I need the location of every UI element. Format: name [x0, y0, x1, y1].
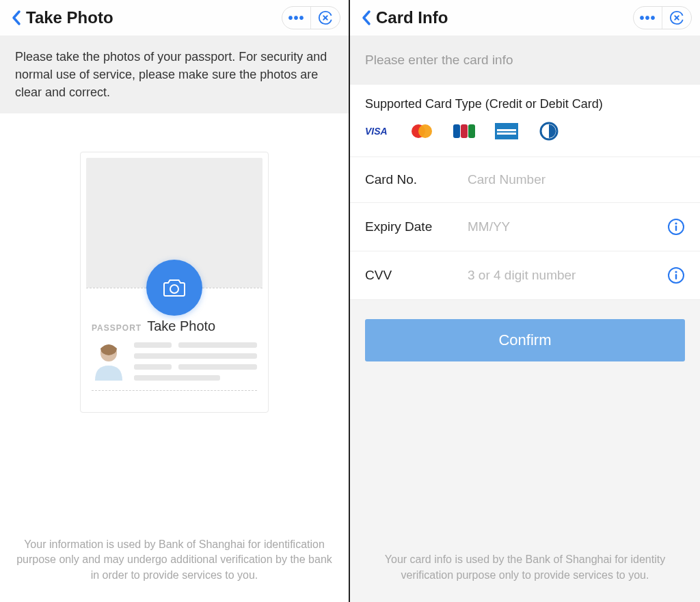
back-icon[interactable]: [8, 10, 25, 26]
cvv-label: CVV: [365, 268, 468, 283]
passport-tag: PASSPORT: [92, 323, 142, 333]
header-left: Take Photo •••: [0, 0, 349, 36]
close-button[interactable]: [662, 7, 691, 29]
footer-note: Your information is used by Bank of Shan…: [0, 537, 349, 602]
more-button[interactable]: •••: [634, 7, 662, 29]
camera-icon: [163, 277, 186, 298]
back-icon[interactable]: [358, 10, 375, 26]
svg-rect-23: [675, 274, 677, 279]
diners-logo-icon: [535, 122, 563, 140]
close-button[interactable]: [311, 7, 340, 29]
card-no-label: Card No.: [365, 172, 468, 187]
close-circle-icon: [318, 10, 333, 25]
avatar-placeholder-icon: [92, 341, 126, 381]
svg-point-10: [418, 124, 432, 138]
passport-card: PASSPORT Take Photo: [80, 152, 269, 413]
svg-point-19: [675, 222, 677, 224]
expiry-input[interactable]: [468, 219, 662, 234]
expiry-info-icon[interactable]: [667, 218, 685, 236]
svg-rect-12: [461, 124, 468, 138]
svg-rect-11: [453, 124, 460, 138]
footer-note: Your card info is used by the Bank of Sh…: [350, 552, 700, 602]
supported-card-label: Supported Card Type (Credit or Debit Car…: [365, 97, 685, 111]
jcb-logo-icon: [450, 122, 479, 140]
svg-point-3: [170, 285, 178, 293]
cvv-row: CVV: [350, 251, 700, 300]
header-right: Card Info •••: [350, 0, 700, 36]
mastercard-logo-icon: [407, 122, 436, 140]
close-circle-icon: [669, 10, 684, 25]
page-title: Take Photo: [26, 8, 113, 27]
svg-point-22: [675, 271, 677, 273]
svg-rect-13: [468, 124, 475, 138]
passport-photo-placeholder: [86, 158, 262, 288]
page-title: Card Info: [376, 8, 448, 27]
card-logos-row: VISA: [365, 122, 685, 140]
more-dots-icon: •••: [288, 10, 304, 26]
cvv-info-icon[interactable]: [667, 266, 685, 284]
passport-lines-placeholder: [134, 341, 257, 381]
passport-take-photo-label: Take Photo: [147, 318, 215, 334]
more-dots-icon: •••: [639, 10, 656, 26]
confirm-button[interactable]: Confirm: [365, 319, 685, 361]
svg-rect-16: [497, 133, 516, 135]
card-no-row: Card No.: [350, 156, 700, 202]
card-no-input[interactable]: [468, 172, 685, 187]
instruction-banner: Please enter the card info: [350, 36, 700, 85]
svg-text:VISA: VISA: [365, 126, 388, 136]
take-photo-button[interactable]: [146, 260, 202, 316]
instruction-banner: Please take the photos of your passport.…: [0, 36, 349, 113]
expiry-label: Expiry Date: [365, 219, 468, 234]
expiry-row: Expiry Date: [350, 202, 700, 251]
svg-rect-15: [497, 129, 516, 131]
visa-logo-icon: VISA: [365, 122, 394, 140]
more-button[interactable]: •••: [282, 7, 311, 29]
svg-rect-20: [675, 225, 677, 231]
cvv-input[interactable]: [468, 268, 662, 283]
amex-logo-icon: [492, 122, 521, 140]
